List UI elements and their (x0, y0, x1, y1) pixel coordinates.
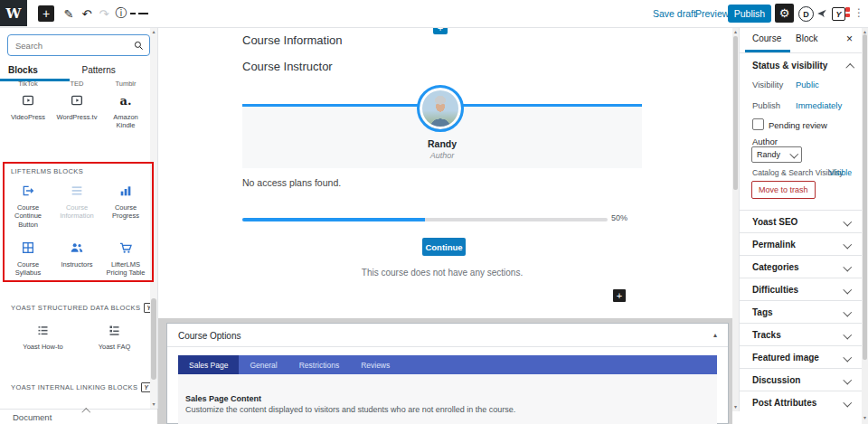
edit-pencil-icon[interactable]: ✎ (60, 5, 78, 23)
yoast-icon[interactable]: Y (832, 7, 845, 21)
yoast-structured-section-header: YOAST STRUCTURED DATA BLOCKS Y (11, 303, 154, 313)
add-block-button[interactable]: + (613, 289, 626, 302)
info-icon[interactable]: ⓘ (112, 5, 130, 23)
wordpress-logo-icon[interactable]: W (0, 0, 27, 26)
sales-page-tab-content: Sales Page Content Customize the content… (178, 374, 717, 424)
chevron-down-icon (789, 149, 797, 157)
chevron-down-icon (843, 240, 851, 248)
yoast-internal-section-header: YOAST INTERNAL LINKING BLOCKS Y (11, 382, 151, 392)
panel-difficulties[interactable]: Difficulties (740, 278, 863, 300)
yoast-blocks-row: Yoast How-to Yoast FAQ (7, 322, 150, 351)
scroll-down-arrow[interactable]: ▾ (150, 400, 157, 407)
publish-button[interactable]: Publish (728, 5, 771, 23)
block-appender-plus-icon[interactable]: + (433, 27, 448, 34)
faq-list-icon (107, 322, 123, 338)
course-options-tabs: Sales Page General Restrictions Reviews (178, 355, 717, 374)
block-search[interactable] (7, 34, 150, 56)
window-scrollbar-thumb[interactable] (863, 34, 867, 360)
scroll-up-arrow[interactable]: ▴ (150, 28, 157, 34)
preview-link[interactable]: Preview (695, 8, 729, 19)
inserter-tabs: Blocks Patterns (0, 63, 150, 80)
editor-canvas: + Course Information Course Instructor R… (157, 27, 732, 424)
clipped-block-icon (83, 402, 90, 419)
undo-icon[interactable]: ↶ (78, 5, 96, 23)
tab-reviews[interactable]: Reviews (350, 355, 401, 374)
block-yoast-how-to[interactable]: Yoast How-to (7, 322, 79, 351)
visibility-value-link[interactable]: Public (796, 80, 819, 90)
chevron-down-icon (843, 353, 851, 361)
save-draft-link[interactable]: Save draft (653, 8, 696, 19)
tab-patterns[interactable]: Patterns (77, 63, 151, 80)
block-wordpress-tv[interactable]: WordPress.tv (52, 92, 101, 130)
tab-restrictions[interactable]: Restrictions (288, 355, 350, 374)
scroll-up-arrow[interactable]: ▴ (862, 28, 868, 34)
panel-featured-image[interactable]: Featured image (740, 345, 863, 368)
panel-post-attributes[interactable]: Post Attributes (740, 391, 863, 411)
continue-button[interactable]: Continue (422, 238, 466, 256)
embed-blocks-row: VideoPress WordPress.tv a. Amazon Kindle (4, 92, 150, 130)
list-view-icon[interactable] (130, 5, 148, 23)
chevron-down-icon (843, 330, 851, 338)
block-label-ted[interactable]: TED (52, 80, 101, 87)
yoast-notification-badge (845, 7, 850, 19)
highlight-rectangle (3, 162, 154, 282)
tab-blocks[interactable]: Blocks (0, 63, 77, 80)
publish-value-link[interactable]: Immediately (796, 100, 842, 110)
divi-plugin-icon[interactable]: D (798, 6, 814, 22)
course-options-title[interactable]: Course Options (178, 331, 241, 341)
breadcrumb[interactable]: Document (13, 412, 52, 422)
block-videopress[interactable]: VideoPress (4, 92, 52, 130)
document-breadcrumb-bar: Document (0, 409, 163, 424)
plugin-icon[interactable] (816, 8, 827, 19)
panel-categories[interactable]: Categories (740, 255, 863, 278)
chevron-down-icon (843, 307, 851, 316)
more-menu-icon[interactable]: ⋮ (854, 6, 864, 19)
instructor-role: Author (242, 151, 642, 160)
panel-tags[interactable]: Tags (740, 300, 863, 323)
gear-icon[interactable]: ⚙ (775, 4, 794, 23)
tab-general[interactable]: General (239, 355, 288, 374)
block-amazon-kindle[interactable]: a. Amazon Kindle (101, 92, 150, 130)
progress-bar-fill (242, 218, 425, 221)
canvas-scrollbar-thumb[interactable] (733, 36, 738, 190)
no-sections-text: This course does not have any sections. (242, 268, 642, 278)
author-label: Author (752, 137, 778, 146)
inserter-scrollbar-thumb[interactable] (151, 298, 156, 380)
panel-yoast-seo[interactable]: Yoast SEO (740, 210, 863, 232)
block-inserter-button[interactable]: + (38, 5, 54, 22)
scroll-up-arrow[interactable]: ▴ (732, 28, 739, 34)
divider (167, 346, 728, 347)
scroll-down-arrow[interactable]: ▾ (732, 403, 739, 410)
search-input[interactable] (14, 40, 134, 52)
chevron-down-icon (843, 217, 851, 225)
block-label-tiktok[interactable]: TikTok (4, 80, 52, 87)
editor-window: W + ✎ ↶ ↷ ⓘ Save draft Preview Publish ⚙… (0, 0, 868, 424)
catalog-visibility-value-link[interactable]: Visible (829, 168, 852, 177)
status-visibility-header[interactable]: Status & visibility (752, 61, 827, 71)
sales-page-content-description: Customize the content displayed to visit… (185, 405, 692, 414)
close-icon[interactable]: × (846, 33, 853, 45)
chevron-down-icon (843, 285, 851, 293)
clipped-block-row: TikTok TED Tumblr (4, 80, 150, 87)
redo-icon[interactable]: ↷ (95, 5, 113, 23)
panel-tracks[interactable]: Tracks (740, 323, 863, 345)
amazon-icon: a. (118, 92, 134, 108)
tab-sales-page[interactable]: Sales Page (178, 355, 239, 374)
panel-discussion[interactable]: Discussion (740, 368, 863, 391)
author-select[interactable]: Randy (751, 146, 802, 163)
course-instructor-heading[interactable]: Course Instructor (242, 60, 333, 73)
move-to-trash-button[interactable]: Move to trash (751, 181, 816, 199)
search-icon (134, 41, 144, 51)
chevron-up-icon[interactable] (846, 64, 854, 72)
block-label-tumblr[interactable]: Tumblr (101, 80, 150, 87)
scroll-down-arrow[interactable]: ▾ (862, 414, 868, 420)
course-information-heading[interactable]: Course Information (242, 33, 343, 47)
pending-review-checkbox[interactable] (752, 118, 764, 130)
course-progress-bar (242, 218, 608, 221)
tab-course[interactable]: Course (752, 33, 781, 43)
collapse-panel-icon[interactable]: ▴ (713, 331, 717, 339)
block-yoast-faq[interactable]: Yoast FAQ (79, 322, 150, 351)
panel-permalink[interactable]: Permalink (740, 232, 863, 255)
video-icon (20, 92, 36, 108)
tab-block[interactable]: Block (796, 33, 817, 43)
